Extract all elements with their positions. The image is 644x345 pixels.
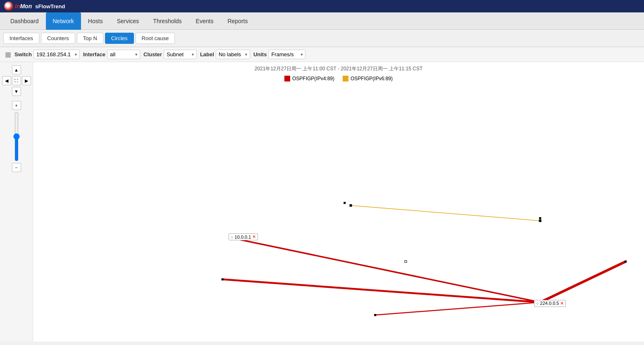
svg-rect-10: [374, 314, 376, 316]
zoom-in-button[interactable]: +: [12, 101, 21, 110]
pan-left-button[interactable]: ◀: [2, 76, 11, 85]
svg-rect-8: [539, 217, 541, 219]
time-range-text: 2021年12月27日周一 上午11:00 CST - 2021年12月27日周…: [255, 66, 423, 72]
filter-icon: ▦: [5, 50, 11, 58]
pan-horizontal: ◀ ⛶ ▶: [2, 76, 31, 85]
nav-tab-thresholds[interactable]: Thresholds: [146, 12, 188, 30]
legend-label-ipv4: OSPFIGP(IPv4:89): [292, 76, 334, 81]
pan-right-button[interactable]: ▶: [22, 76, 31, 85]
label-select[interactable]: No labels: [216, 50, 250, 59]
main-navbar: Dashboard Network Hosts Services Thresho…: [0, 12, 644, 30]
legend-label-ipv6: OSPFIGP(IPv6:89): [351, 76, 393, 81]
logo-icon: [4, 2, 13, 11]
nav-tab-dashboard[interactable]: Dashboard: [3, 12, 46, 30]
cluster-filter-group: Cluster Subnet: [143, 50, 197, 59]
svg-line-3: [235, 239, 540, 302]
svg-rect-9: [222, 278, 224, 280]
interface-select[interactable]: all: [107, 50, 140, 59]
label-label: Label: [200, 51, 214, 58]
legend-item-ipv6: OSPFIGP(IPv6:89): [343, 76, 393, 81]
app-title: sFlowTrend: [35, 3, 65, 10]
legend-item-ipv4: OSPFIGP(IPv4:89): [284, 76, 334, 81]
nav-tab-hosts[interactable]: Hosts: [81, 12, 110, 30]
legend-color-ipv6: [343, 76, 348, 81]
app-logo: inMon: [4, 2, 32, 11]
svg-rect-12: [405, 261, 407, 263]
sub-tab-interfaces[interactable]: Interfaces: [3, 33, 39, 44]
svg-rect-11: [625, 261, 627, 263]
interface-filter-group: Interface all: [83, 50, 140, 59]
interface-select-wrapper: all: [107, 50, 140, 59]
chart-area: 2021年12月27日周一 上午11:00 CST - 2021年12月27日周…: [33, 62, 644, 342]
nav-tab-network[interactable]: Network: [46, 12, 81, 30]
nav-tab-events[interactable]: Events: [189, 12, 221, 30]
cluster-label: Cluster: [143, 51, 162, 58]
sub-tab-counters[interactable]: Counters: [41, 33, 75, 44]
switch-select[interactable]: 192.168.254.1: [33, 50, 80, 59]
chart-time-range: 2021年12月27日周一 上午11:00 CST - 2021年12月27日周…: [33, 62, 644, 74]
interface-label: Interface: [83, 51, 105, 58]
units-filter-group: Units Frames/s: [253, 50, 306, 59]
zoom-slider[interactable]: [13, 112, 20, 161]
units-label: Units: [253, 51, 267, 58]
node-icon-224005: ○: [536, 301, 539, 306]
titlebar: inMon sFlowTrend: [0, 0, 644, 12]
svg-line-6: [540, 261, 626, 302]
switch-label: Switch: [14, 51, 32, 58]
chart-canvas[interactable]: ○ 10.0.0.1 ✕ ○ 224.0.0.5 ✕: [33, 83, 644, 338]
switch-select-wrapper: 192.168.254.1: [33, 50, 80, 59]
zoom-controls: + −: [12, 101, 21, 172]
switch-filter-group: Switch 192.168.254.1: [14, 50, 80, 59]
label-filter-group: Label No labels: [200, 50, 250, 59]
chart-legend: OSPFIGP(IPv4:89) OSPFIGP(IPv6:89): [33, 74, 644, 83]
svg-rect-1: [350, 204, 352, 207]
node-label-10001: ○ 10.0.0.1 ✕: [229, 233, 258, 240]
pan-down-button[interactable]: ▼: [12, 87, 21, 96]
nav-tab-reports[interactable]: Reports: [220, 12, 255, 30]
fit-button[interactable]: ⛶: [12, 76, 21, 85]
logo-mon: Mon: [20, 3, 32, 10]
node-text-224005: 224.0.0.5: [540, 301, 559, 306]
sub-navbar: Interfaces Counters Top N Circles Root c…: [0, 30, 644, 47]
filterbar: ▦ Switch 192.168.254.1 Interface all Clu…: [0, 47, 644, 62]
nav-tab-services[interactable]: Services: [110, 12, 146, 30]
zoom-out-button[interactable]: −: [12, 163, 21, 172]
node-close-224005[interactable]: ✕: [560, 301, 564, 306]
svg-line-0: [351, 206, 540, 221]
main-area: ▲ ◀ ⛶ ▶ ▼ + − 2021年12月27日周一 上午11:00 CST …: [0, 62, 644, 342]
cluster-select[interactable]: Subnet: [164, 50, 197, 59]
units-select-wrapper: Frames/s: [268, 50, 305, 59]
svg-line-4: [222, 279, 540, 302]
logo-in: in: [15, 3, 20, 10]
pan-up-button[interactable]: ▲: [12, 65, 21, 74]
sub-tab-topn[interactable]: Top N: [77, 33, 103, 44]
svg-rect-7: [343, 202, 346, 204]
node-label-224005: ○ 224.0.0.5 ✕: [534, 300, 566, 307]
svg-rect-2: [539, 220, 541, 222]
label-select-wrapper: No labels: [216, 50, 250, 59]
sub-tab-circles[interactable]: Circles: [105, 33, 134, 44]
legend-color-ipv4: [284, 76, 290, 81]
cluster-select-wrapper: Subnet: [164, 50, 197, 59]
sub-tab-rootcause[interactable]: Root cause: [136, 33, 175, 44]
node-close-10001[interactable]: ✕: [252, 234, 256, 240]
left-controls: ▲ ◀ ⛶ ▶ ▼ + −: [0, 62, 33, 342]
svg-line-5: [375, 302, 540, 315]
node-text-10001: 10.0.0.1: [235, 235, 251, 240]
units-select[interactable]: Frames/s: [268, 50, 305, 59]
node-icon-10001: ○: [231, 235, 234, 240]
